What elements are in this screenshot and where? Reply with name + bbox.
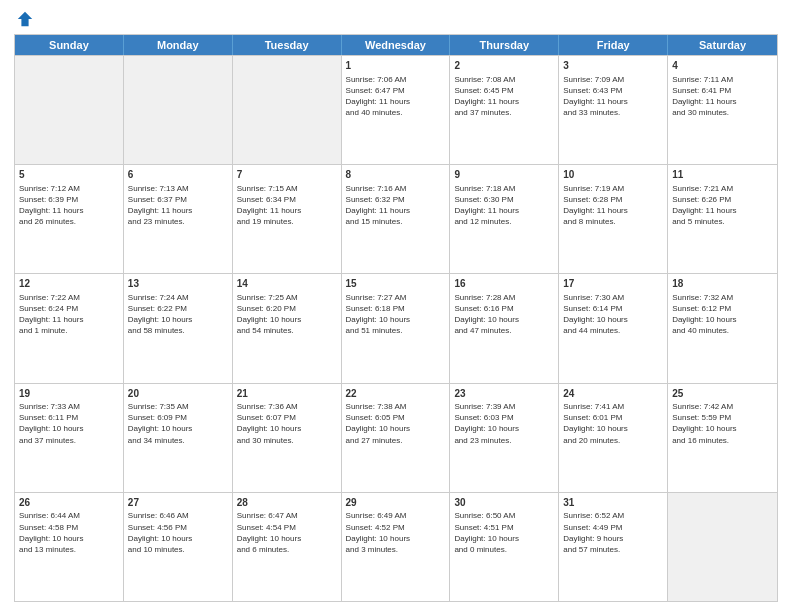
cell-text: Sunrise: 6:52 AM Sunset: 4:49 PM Dayligh…: [563, 510, 663, 555]
cell-text: Sunrise: 7:38 AM Sunset: 6:05 PM Dayligh…: [346, 401, 446, 446]
day-number: 19: [19, 387, 119, 401]
cell-text: Sunrise: 7:11 AM Sunset: 6:41 PM Dayligh…: [672, 74, 773, 119]
cal-cell: 18Sunrise: 7:32 AM Sunset: 6:12 PM Dayli…: [668, 274, 777, 382]
day-number: 2: [454, 59, 554, 73]
day-number: 13: [128, 277, 228, 291]
cell-text: Sunrise: 6:47 AM Sunset: 4:54 PM Dayligh…: [237, 510, 337, 555]
cell-text: Sunrise: 6:50 AM Sunset: 4:51 PM Dayligh…: [454, 510, 554, 555]
cal-cell: 15Sunrise: 7:27 AM Sunset: 6:18 PM Dayli…: [342, 274, 451, 382]
day-number: 16: [454, 277, 554, 291]
week-row-0: 1Sunrise: 7:06 AM Sunset: 6:47 PM Daylig…: [15, 55, 777, 164]
day-number: 31: [563, 496, 663, 510]
cell-text: Sunrise: 7:28 AM Sunset: 6:16 PM Dayligh…: [454, 292, 554, 337]
day-number: 3: [563, 59, 663, 73]
cal-cell: 25Sunrise: 7:42 AM Sunset: 5:59 PM Dayli…: [668, 384, 777, 492]
cell-text: Sunrise: 7:24 AM Sunset: 6:22 PM Dayligh…: [128, 292, 228, 337]
day-number: 10: [563, 168, 663, 182]
logo-area: [14, 10, 34, 28]
cell-text: Sunrise: 7:21 AM Sunset: 6:26 PM Dayligh…: [672, 183, 773, 228]
cal-cell: 26Sunrise: 6:44 AM Sunset: 4:58 PM Dayli…: [15, 493, 124, 601]
week-row-4: 26Sunrise: 6:44 AM Sunset: 4:58 PM Dayli…: [15, 492, 777, 601]
day-number: 29: [346, 496, 446, 510]
cal-cell: 12Sunrise: 7:22 AM Sunset: 6:24 PM Dayli…: [15, 274, 124, 382]
cal-cell: 2Sunrise: 7:08 AM Sunset: 6:45 PM Daylig…: [450, 56, 559, 164]
day-number: 27: [128, 496, 228, 510]
week-row-3: 19Sunrise: 7:33 AM Sunset: 6:11 PM Dayli…: [15, 383, 777, 492]
cell-text: Sunrise: 7:19 AM Sunset: 6:28 PM Dayligh…: [563, 183, 663, 228]
cell-text: Sunrise: 7:13 AM Sunset: 6:37 PM Dayligh…: [128, 183, 228, 228]
day-number: 7: [237, 168, 337, 182]
cal-cell: 1Sunrise: 7:06 AM Sunset: 6:47 PM Daylig…: [342, 56, 451, 164]
cal-cell: 7Sunrise: 7:15 AM Sunset: 6:34 PM Daylig…: [233, 165, 342, 273]
header-day-thursday: Thursday: [450, 35, 559, 55]
cal-cell: 20Sunrise: 7:35 AM Sunset: 6:09 PM Dayli…: [124, 384, 233, 492]
cal-cell: 6Sunrise: 7:13 AM Sunset: 6:37 PM Daylig…: [124, 165, 233, 273]
cal-cell: [668, 493, 777, 601]
cal-cell: 16Sunrise: 7:28 AM Sunset: 6:16 PM Dayli…: [450, 274, 559, 382]
cal-cell: [233, 56, 342, 164]
day-number: 9: [454, 168, 554, 182]
cell-text: Sunrise: 7:12 AM Sunset: 6:39 PM Dayligh…: [19, 183, 119, 228]
day-number: 22: [346, 387, 446, 401]
cal-cell: 31Sunrise: 6:52 AM Sunset: 4:49 PM Dayli…: [559, 493, 668, 601]
cell-text: Sunrise: 7:06 AM Sunset: 6:47 PM Dayligh…: [346, 74, 446, 119]
day-number: 25: [672, 387, 773, 401]
cell-text: Sunrise: 7:32 AM Sunset: 6:12 PM Dayligh…: [672, 292, 773, 337]
day-number: 30: [454, 496, 554, 510]
header-day-saturday: Saturday: [668, 35, 777, 55]
week-row-2: 12Sunrise: 7:22 AM Sunset: 6:24 PM Dayli…: [15, 273, 777, 382]
cal-cell: 10Sunrise: 7:19 AM Sunset: 6:28 PM Dayli…: [559, 165, 668, 273]
day-number: 24: [563, 387, 663, 401]
cal-cell: 8Sunrise: 7:16 AM Sunset: 6:32 PM Daylig…: [342, 165, 451, 273]
cal-cell: [124, 56, 233, 164]
cal-cell: 24Sunrise: 7:41 AM Sunset: 6:01 PM Dayli…: [559, 384, 668, 492]
cell-text: Sunrise: 7:25 AM Sunset: 6:20 PM Dayligh…: [237, 292, 337, 337]
day-number: 21: [237, 387, 337, 401]
cell-text: Sunrise: 7:16 AM Sunset: 6:32 PM Dayligh…: [346, 183, 446, 228]
cal-cell: 17Sunrise: 7:30 AM Sunset: 6:14 PM Dayli…: [559, 274, 668, 382]
cell-text: Sunrise: 7:39 AM Sunset: 6:03 PM Dayligh…: [454, 401, 554, 446]
header-day-monday: Monday: [124, 35, 233, 55]
day-number: 6: [128, 168, 228, 182]
calendar-header: SundayMondayTuesdayWednesdayThursdayFrid…: [15, 35, 777, 55]
cell-text: Sunrise: 7:35 AM Sunset: 6:09 PM Dayligh…: [128, 401, 228, 446]
cal-cell: 21Sunrise: 7:36 AM Sunset: 6:07 PM Dayli…: [233, 384, 342, 492]
cal-cell: 22Sunrise: 7:38 AM Sunset: 6:05 PM Dayli…: [342, 384, 451, 492]
cal-cell: 14Sunrise: 7:25 AM Sunset: 6:20 PM Dayli…: [233, 274, 342, 382]
cal-cell: 29Sunrise: 6:49 AM Sunset: 4:52 PM Dayli…: [342, 493, 451, 601]
cal-cell: 9Sunrise: 7:18 AM Sunset: 6:30 PM Daylig…: [450, 165, 559, 273]
cal-cell: 30Sunrise: 6:50 AM Sunset: 4:51 PM Dayli…: [450, 493, 559, 601]
cell-text: Sunrise: 7:15 AM Sunset: 6:34 PM Dayligh…: [237, 183, 337, 228]
day-number: 20: [128, 387, 228, 401]
day-number: 23: [454, 387, 554, 401]
cal-cell: 13Sunrise: 7:24 AM Sunset: 6:22 PM Dayli…: [124, 274, 233, 382]
header-day-wednesday: Wednesday: [342, 35, 451, 55]
day-number: 17: [563, 277, 663, 291]
day-number: 8: [346, 168, 446, 182]
header-day-sunday: Sunday: [15, 35, 124, 55]
calendar-body: 1Sunrise: 7:06 AM Sunset: 6:47 PM Daylig…: [15, 55, 777, 601]
cell-text: Sunrise: 7:30 AM Sunset: 6:14 PM Dayligh…: [563, 292, 663, 337]
svg-marker-0: [18, 12, 32, 26]
cal-cell: 4Sunrise: 7:11 AM Sunset: 6:41 PM Daylig…: [668, 56, 777, 164]
cell-text: Sunrise: 7:22 AM Sunset: 6:24 PM Dayligh…: [19, 292, 119, 337]
header-day-tuesday: Tuesday: [233, 35, 342, 55]
day-number: 15: [346, 277, 446, 291]
cell-text: Sunrise: 7:18 AM Sunset: 6:30 PM Dayligh…: [454, 183, 554, 228]
day-number: 28: [237, 496, 337, 510]
day-number: 4: [672, 59, 773, 73]
cell-text: Sunrise: 7:33 AM Sunset: 6:11 PM Dayligh…: [19, 401, 119, 446]
cell-text: Sunrise: 7:09 AM Sunset: 6:43 PM Dayligh…: [563, 74, 663, 119]
day-number: 26: [19, 496, 119, 510]
cal-cell: 28Sunrise: 6:47 AM Sunset: 4:54 PM Dayli…: [233, 493, 342, 601]
cal-cell: 23Sunrise: 7:39 AM Sunset: 6:03 PM Dayli…: [450, 384, 559, 492]
cal-cell: [15, 56, 124, 164]
day-number: 14: [237, 277, 337, 291]
header-day-friday: Friday: [559, 35, 668, 55]
cell-text: Sunrise: 6:46 AM Sunset: 4:56 PM Dayligh…: [128, 510, 228, 555]
day-number: 1: [346, 59, 446, 73]
cell-text: Sunrise: 7:42 AM Sunset: 5:59 PM Dayligh…: [672, 401, 773, 446]
day-number: 12: [19, 277, 119, 291]
logo-icon: [16, 10, 34, 28]
cell-text: Sunrise: 7:41 AM Sunset: 6:01 PM Dayligh…: [563, 401, 663, 446]
